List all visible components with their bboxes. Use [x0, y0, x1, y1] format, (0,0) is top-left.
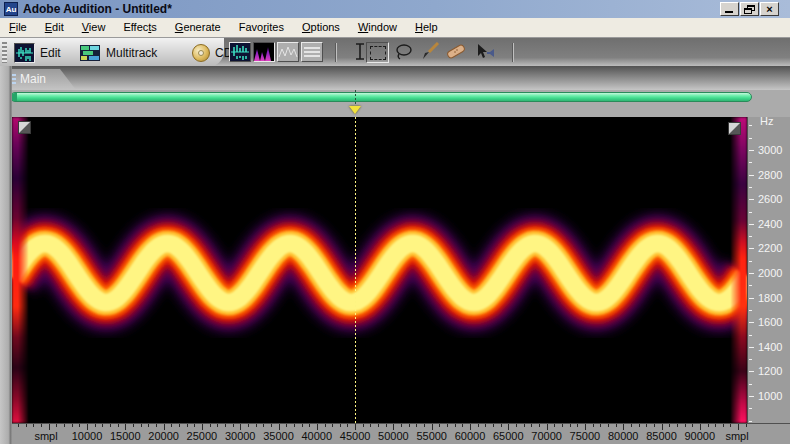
close-button[interactable]: × [760, 2, 779, 16]
spectral-phase-view-button [277, 42, 299, 62]
restore-button[interactable] [740, 2, 759, 16]
sample-tick [485, 424, 486, 427]
sample-tick [554, 424, 555, 427]
sample-tick [248, 424, 249, 427]
freq-tick [749, 187, 752, 188]
freq-tick [749, 347, 754, 348]
sample-tick [692, 424, 693, 427]
sample-tick [401, 424, 402, 427]
effects-paintbrush-tool[interactable] [418, 42, 442, 63]
spectral-display[interactable] [12, 117, 747, 423]
sample-tick [347, 424, 348, 427]
menu-item-view[interactable]: View [73, 18, 115, 37]
toolbar-separator [335, 43, 336, 62]
window-title: Adobe Audition - Untitled* [23, 1, 172, 18]
sample-tick [79, 424, 80, 427]
minimize-icon [725, 11, 733, 13]
waveform-view-icon [230, 43, 250, 61]
sample-tick [217, 424, 218, 427]
navigator-cursor-line [355, 90, 356, 104]
freq-tick [749, 138, 752, 139]
playback-cursor-marker[interactable] [349, 106, 361, 114]
menu-item-edit[interactable]: Edit [36, 18, 73, 37]
waveform-view-button[interactable] [229, 42, 251, 62]
freq-tick [749, 408, 752, 409]
sample-tick [64, 424, 65, 427]
menu-item-effects[interactable]: Effects [114, 18, 165, 37]
navigator-row [0, 90, 790, 104]
freq-tick-label: 1800 [758, 291, 782, 303]
sample-tick [18, 424, 19, 427]
selection-handle-top-right[interactable] [728, 122, 741, 135]
spectral-view-button[interactable] [253, 42, 275, 62]
sample-tick [631, 424, 632, 427]
spectral-pan-view-button [301, 42, 323, 62]
panel-gutter [0, 66, 12, 444]
spectral-edge-artifact-left [12, 117, 29, 423]
menu-item-favorites[interactable]: Favorites [230, 18, 293, 37]
menu-item-window[interactable]: Window [349, 18, 406, 37]
adobe-audition-window: Au Adobe Audition - Untitled* × FileEdit… [0, 0, 790, 444]
menu-item-generate[interactable]: Generate [166, 18, 230, 37]
sample-tick-label: 75000 [570, 430, 601, 442]
playback-cursor-line[interactable] [355, 117, 356, 423]
sample-tick [263, 424, 264, 427]
sample-tick [593, 424, 594, 427]
edit-view-button[interactable]: Edit [14, 41, 61, 64]
sample-tick [286, 424, 287, 427]
sample-tick [447, 424, 448, 427]
frequency-unit-label: Hz [760, 115, 773, 127]
frequency-ruler[interactable]: Hz 3000280026002400220020001800160014001… [747, 117, 790, 423]
spectral-phase-view-icon [278, 43, 298, 61]
navigator-range-bar[interactable] [10, 92, 752, 102]
spot-healing-brush-tool[interactable] [444, 42, 468, 63]
sample-tick [179, 424, 180, 427]
freq-tick [749, 310, 752, 311]
menu-item-options[interactable]: Options [293, 18, 349, 37]
tab-main[interactable]: Main [8, 69, 76, 90]
sample-tick [669, 424, 670, 427]
sample-tick [187, 424, 188, 427]
sample-tick-label: 35000 [263, 430, 294, 442]
sample-tick [102, 424, 103, 427]
sample-unit-label-left: smpl [34, 430, 57, 442]
sample-tick [501, 424, 502, 427]
sample-tick [49, 424, 50, 430]
sample-tick-label: 55000 [416, 430, 447, 442]
lasso-selection-tool[interactable] [392, 42, 416, 63]
sample-tick-label: 60000 [455, 430, 486, 442]
sample-tick [455, 424, 456, 427]
freq-tick [749, 322, 754, 323]
cd-view-button[interactable]: CD [192, 41, 232, 64]
scrub-tool[interactable] [472, 42, 496, 63]
toolbar-grip[interactable] [2, 42, 7, 63]
multitrack-icon [80, 45, 101, 61]
title-bar[interactable]: Au Adobe Audition - Untitled* × [0, 0, 790, 18]
freq-tick [749, 224, 754, 225]
sample-ruler[interactable]: smpl smpl 100001500020000250003000035000… [12, 423, 790, 444]
sample-tick-label: 50000 [378, 430, 409, 442]
cd-icon [192, 44, 210, 62]
sample-tick [677, 424, 678, 427]
sample-tick [570, 424, 571, 427]
sample-tick [210, 424, 211, 427]
cursor-marker-strip [0, 104, 790, 117]
marquee-selection-tool[interactable] [366, 42, 389, 63]
menu-item-help[interactable]: Help [406, 18, 447, 37]
sample-tick-label: 40000 [302, 430, 333, 442]
toolbar: Edit Multitrack CD [0, 37, 790, 66]
freq-tick [749, 236, 752, 237]
sample-tick-label: 25000 [187, 430, 218, 442]
tab-main-label: Main [20, 69, 46, 90]
multitrack-view-button[interactable]: Multitrack [80, 41, 157, 64]
sample-tick [409, 424, 410, 427]
sample-tick [577, 424, 578, 427]
sample-tick [118, 424, 119, 427]
minimize-button[interactable] [720, 2, 739, 16]
sample-tick [133, 424, 134, 427]
menu-item-file[interactable]: File [0, 18, 36, 37]
sample-tick [715, 424, 716, 427]
sample-tick [325, 424, 326, 427]
spectral-pan-view-icon [302, 43, 322, 61]
selection-handle-top-left[interactable] [18, 121, 31, 134]
